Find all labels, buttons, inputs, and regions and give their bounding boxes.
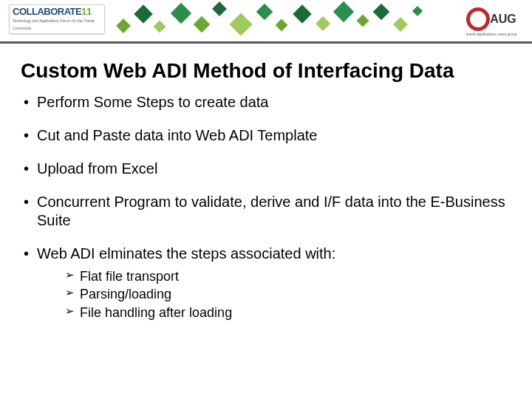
list-item: Cut and Paste data into Web ADI Template <box>21 126 511 145</box>
collaborate-logo: COLLABORATE11 Technology and Application… <box>9 4 105 34</box>
list-item: Web ADI elminates the steps associated w… <box>21 245 511 321</box>
oaug-text: AUG <box>490 13 516 25</box>
sub-list-item: File handling after loading <box>65 304 511 321</box>
sub-list-item: Parsing/loading <box>65 285 511 303</box>
slide-content: Custom Web ADI Method of Interfacing Dat… <box>0 52 532 321</box>
collab-brand: COLLABORATE <box>13 6 81 17</box>
header-divider <box>0 41 532 44</box>
list-item: Upload from Excel <box>21 160 511 178</box>
collab-subtext: Technology and Applications Forum for th… <box>13 18 95 30</box>
collab-year: 11 <box>81 6 91 17</box>
oaug-subtext: oracle applications users group <box>462 32 521 36</box>
slide-header: COLLABORATE11 Technology and Application… <box>0 0 532 52</box>
list-item: Perform Some Steps to create data <box>21 93 511 112</box>
sub-bullet-list: Flat file transport Parsing/loading File… <box>65 267 511 321</box>
list-item: Concurrent Program to validate, derive a… <box>21 193 511 230</box>
oaug-ring-icon <box>466 7 490 31</box>
sub-list-item: Flat file transport <box>65 267 511 285</box>
oaug-logo: AUG oracle applications users group <box>462 7 521 36</box>
slide-title: Custom Web ADI Method of Interfacing Dat… <box>21 59 511 83</box>
bullet-list: Perform Some Steps to create data Cut an… <box>21 93 511 321</box>
decorative-squares <box>111 0 436 41</box>
